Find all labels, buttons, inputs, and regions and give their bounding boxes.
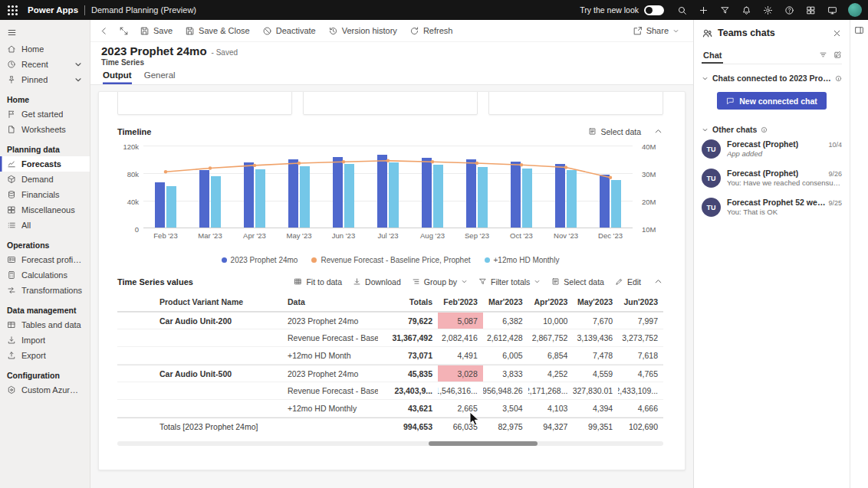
column-header[interactable]: Data	[263, 293, 378, 311]
sidebar-item-all[interactable]: All	[0, 218, 90, 233]
value-cell[interactable]: 4,765	[618, 365, 663, 382]
value-cell[interactable]: 4,394	[573, 400, 618, 417]
table-row[interactable]: Revenue Forecast - Baseline Price, P...3…	[117, 329, 663, 347]
sidebar-item-worksheets[interactable]: Worksheets	[0, 122, 90, 137]
filter-totals-button[interactable]: Filter totals	[478, 277, 541, 287]
horizontal-scrollbar[interactable]	[117, 441, 663, 446]
toggle-panel-button[interactable]	[854, 25, 864, 35]
search-button[interactable]	[672, 0, 692, 20]
value-cell[interactable]: 6,005	[483, 347, 528, 364]
legend-item[interactable]: 2023 Prophet 24mo	[222, 256, 298, 264]
sidebar-item-calculations[interactable]: Calculations	[0, 267, 90, 283]
value-cell[interactable]: 3,139,436	[573, 329, 618, 346]
column-header[interactable]: Totals	[378, 293, 438, 311]
info-icon[interactable]	[835, 75, 842, 82]
value-cell[interactable]: 2,612,428	[483, 329, 528, 346]
table-select-data-button[interactable]: Select data	[551, 277, 604, 287]
value-cell[interactable]: 3,028	[438, 365, 483, 382]
legend-item[interactable]: +12mo HD Monthly	[485, 256, 560, 264]
tsv-collapse-button[interactable]	[653, 277, 663, 287]
value-cell[interactable]: 7,618	[618, 347, 663, 364]
add-button[interactable]	[693, 0, 713, 20]
app-launcher-button[interactable]	[3, 0, 21, 20]
chat-item[interactable]: TUForecast (Prophet)10/4App added	[702, 134, 842, 163]
sidebar-item-recent[interactable]: Recent	[0, 57, 90, 72]
value-cell[interactable]: 5,087	[438, 313, 483, 329]
command-refresh[interactable]: Refresh	[403, 20, 459, 41]
value-cell[interactable]: 7,670	[573, 313, 618, 329]
filter-chats-button[interactable]	[819, 51, 827, 59]
sidebar-item-forecast-profiles[interactable]: Forecast profiles	[0, 252, 90, 267]
sidebar-item-pinned[interactable]: Pinned	[0, 72, 90, 87]
table-row[interactable]: Car Audio Unit-2002023 Prophet 24mo79,62…	[117, 312, 663, 329]
sidebar-item-custom-azure-ml[interactable]: Custom Azure ML	[0, 382, 90, 398]
value-cell[interactable]: 7,478	[573, 347, 618, 364]
column-header[interactable]: Product Variant Name	[117, 293, 263, 311]
connected-chats-section[interactable]: Chats connected to 2023 Prophet 24mo	[702, 74, 842, 83]
value-cell[interactable]: 6,854	[528, 347, 574, 364]
apps-button[interactable]	[801, 0, 820, 20]
value-cell[interactable]: 6,382	[483, 313, 528, 329]
tab-chat[interactable]: Chat	[702, 46, 723, 64]
value-cell[interactable]: 3,833	[483, 365, 528, 382]
brand-title[interactable]: Power Apps	[28, 5, 78, 15]
value-cell[interactable]: 4,559	[573, 365, 618, 382]
value-cell[interactable]: 3,504	[483, 400, 528, 417]
column-header[interactable]: Mar'2023	[483, 293, 528, 311]
timeline-select-data-button[interactable]: Select data	[588, 127, 641, 136]
table-row[interactable]: Revenue Forecast - Baseline Price, P...2…	[117, 382, 663, 400]
value-cell[interactable]: 2,867,752	[528, 329, 574, 346]
download-button[interactable]: Download	[353, 277, 401, 287]
user-avatar[interactable]	[848, 3, 862, 17]
value-cell[interactable]: 4,491	[438, 347, 483, 364]
command-version-history[interactable]: Version history	[322, 20, 403, 41]
value-cell[interactable]: 4,666	[618, 400, 663, 417]
value-cell[interactable]: 7,997	[618, 313, 663, 329]
tab-general[interactable]: General	[144, 70, 176, 84]
new-connected-chat-button[interactable]: New connected chat	[717, 92, 827, 110]
value-cell[interactable]: 2,327,830.01	[573, 382, 618, 399]
tab-output[interactable]: Output	[103, 70, 132, 84]
settings-button[interactable]	[758, 0, 778, 20]
column-header[interactable]: Jun'2023	[618, 293, 663, 311]
sidebar-item-home[interactable]: Home	[0, 41, 90, 57]
command-deactivate[interactable]: Deactivate	[256, 20, 322, 41]
column-header[interactable]: May'2023	[573, 293, 618, 311]
column-header[interactable]: Feb'2023	[438, 293, 483, 311]
chat-item[interactable]: TUForecast (Prophet)9/26You: Have we rea…	[702, 163, 842, 192]
sidebar-item-miscellaneous[interactable]: Miscellaneous	[0, 202, 90, 218]
value-cell[interactable]: 4,103	[528, 400, 574, 417]
value-cell[interactable]: 2,433,109...	[618, 382, 663, 399]
table-row[interactable]: Car Audio Unit-5002023 Prophet 24mo45,83…	[117, 365, 663, 382]
fit-to-data-button[interactable]: Fit to data	[294, 277, 342, 287]
value-cell[interactable]: 2,082,416	[438, 329, 483, 346]
expand-view-button[interactable]	[113, 20, 133, 41]
sidebar-item-financials[interactable]: Financials	[0, 187, 90, 202]
column-header[interactable]: Apr'2023	[528, 293, 574, 311]
notifications-button[interactable]	[736, 0, 756, 20]
table-row[interactable]: +12mo HD Month73,0714,4916,0056,8547,478…	[117, 347, 663, 365]
compose-chat-button[interactable]	[833, 51, 842, 59]
edit-button[interactable]: Edit	[615, 277, 641, 287]
close-panel-button[interactable]	[832, 28, 842, 38]
table-row[interactable]: +12mo HD Monthly43,6212,6653,5044,1034,3…	[117, 400, 663, 418]
timeline-collapse-button[interactable]	[653, 126, 663, 136]
command-save[interactable]: Save	[133, 20, 179, 41]
legend-item[interactable]: Revenue Forecast - Baseline Price, Proph…	[311, 256, 470, 264]
value-cell[interactable]: 2,171,268...	[528, 382, 574, 399]
value-cell[interactable]: 3,273,752	[618, 329, 663, 346]
value-cell[interactable]: 1,546,316...	[438, 382, 483, 399]
help-button[interactable]	[779, 0, 799, 20]
group-by-button[interactable]: Group by	[412, 277, 468, 287]
filter-button[interactable]	[715, 0, 735, 20]
sidebar-item-forecasts[interactable]: Forecasts	[0, 156, 90, 172]
info-icon[interactable]	[761, 126, 768, 133]
scrollbar-thumb[interactable]	[429, 441, 538, 446]
devices-button[interactable]	[822, 0, 842, 20]
chat-item[interactable]: TUForecast Prophet 52 week9/25You: That …	[702, 192, 842, 221]
new-look-toggle[interactable]	[644, 5, 664, 15]
command-save-close[interactable]: Save & Close	[179, 20, 256, 41]
sidebar-item-get-started[interactable]: Get started	[0, 106, 90, 122]
sidebar-item-transformations[interactable]: Transformations	[0, 283, 90, 298]
other-chats-section[interactable]: Other chats	[702, 125, 842, 134]
